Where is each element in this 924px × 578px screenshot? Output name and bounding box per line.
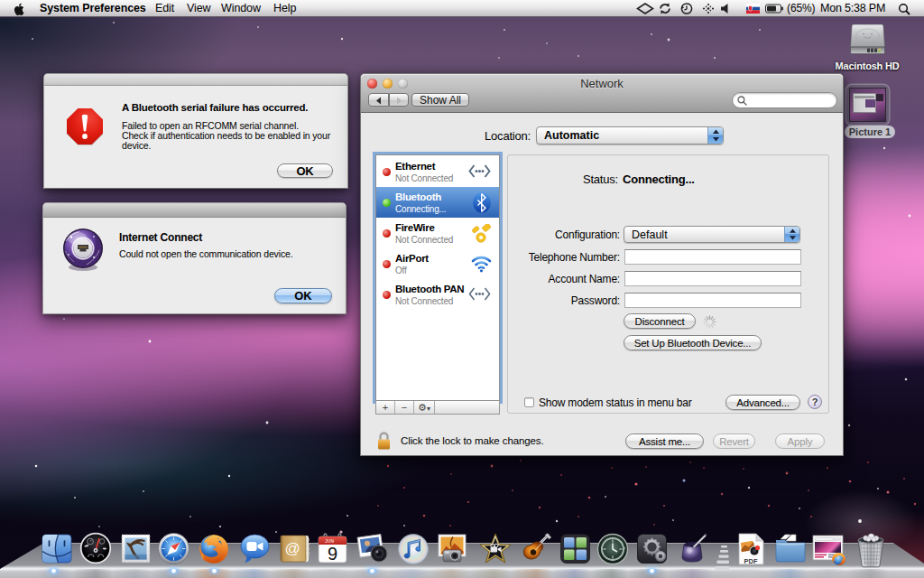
svg-text:@: @: [284, 540, 300, 557]
svg-text:PDF: PDF: [744, 557, 758, 565]
svg-text:9: 9: [328, 544, 337, 564]
